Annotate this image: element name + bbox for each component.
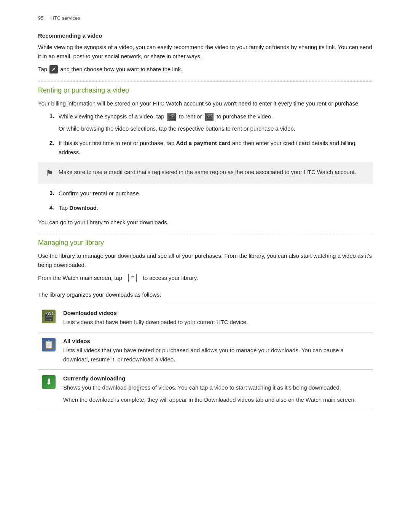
page-number: 95: [38, 15, 43, 21]
library-tap-prefix: From the Watch main screen, tap: [38, 273, 122, 283]
step-1-mid: to rent or: [179, 113, 202, 120]
menu-icon: [128, 274, 137, 282]
downloaded-icon-cell: 🎬: [38, 304, 59, 332]
downloaded-icon: 🎬: [42, 310, 56, 323]
download-bold: Download: [69, 204, 97, 211]
renting-steps-2: 3. Confirm your rental or purchase. 4. T…: [49, 189, 373, 212]
step-4-suffix: .: [97, 204, 98, 211]
step-2: 2. If this is your first time to rent or…: [49, 139, 373, 157]
step-1-content: While viewing the synopsis of a video, t…: [59, 112, 373, 133]
step-1-end: to purchase the video.: [217, 113, 273, 120]
note-text: Make sure to use a credit card that's re…: [59, 168, 356, 177]
step-3-content: Confirm your rental or purchase.: [59, 189, 373, 198]
all-icon-cell: 📋: [38, 332, 59, 370]
library-para1: Use the library to manage your downloads…: [38, 251, 373, 270]
library-row-downloaded: 🎬 Downloaded videos Lists videos that ha…: [38, 304, 373, 332]
renting-section-title: Renting or purchasing a video: [38, 86, 373, 94]
divider-1: [38, 81, 373, 82]
add-payment-bold: Add a payment card: [176, 140, 230, 146]
page-header: 95 HTC services: [38, 15, 373, 21]
step-4: 4. Tap Download.: [49, 203, 373, 212]
note-box: ⚑ Make sure to use a credit card that's …: [38, 162, 373, 184]
page-title: HTC services: [51, 15, 80, 21]
tap-suffix: and then choose how you want to share th…: [60, 65, 182, 74]
downloaded-content: Downloaded videos Lists videos that have…: [59, 304, 373, 332]
flag-icon: ⚑: [46, 168, 53, 178]
recommending-tap-line: Tap and then choose how you want to shar…: [38, 65, 373, 74]
library-row-current: ⬇ Currently downloading Shows you the do…: [38, 370, 373, 410]
current-content: Currently downloading Shows you the down…: [59, 370, 373, 410]
current-title: Currently downloading: [63, 375, 369, 382]
share-icon: [49, 65, 58, 73]
step-3: 3. Confirm your rental or purchase.: [49, 189, 373, 198]
step-4-content: Tap Download.: [59, 203, 373, 212]
current-icon-cell: ⬇: [38, 370, 59, 410]
all-title: All videos: [63, 338, 369, 344]
page-container: 95 HTC services Recommending a video Whi…: [0, 0, 411, 433]
downloaded-title: Downloaded videos: [63, 310, 369, 316]
step-4-prefix: Tap: [59, 204, 68, 211]
step-1: 1. While viewing the synopsis of a video…: [49, 112, 373, 133]
renting-intro: Your billing information will be stored …: [38, 99, 373, 108]
step-2-num: 2.: [49, 139, 59, 146]
step-3-num: 3.: [49, 189, 59, 196]
renting-steps: 1. While viewing the synopsis of a video…: [49, 112, 373, 157]
library-tap-suffix: to access your library.: [143, 273, 198, 283]
divider-2: [38, 234, 373, 234]
library-table: 🎬 Downloaded videos Lists videos that ha…: [38, 304, 373, 410]
renting-conclusion: You can go to your library to check your…: [38, 218, 373, 227]
purchase-icon: [205, 113, 213, 121]
library-section-title: Managing your library: [38, 239, 373, 247]
step-1-main: While viewing the synopsis of a video, t…: [59, 113, 164, 120]
all-videos-icon: 📋: [42, 338, 56, 351]
recommending-para1: While viewing the synopsis of a video, y…: [38, 43, 373, 61]
step-1-num: 1.: [49, 112, 59, 119]
step-2-content: If this is your first time to rent or pu…: [59, 139, 373, 157]
library-para3: The library organizes your downloads as …: [38, 290, 373, 299]
step-1-sub: Or while browsing the video selections, …: [59, 124, 373, 133]
tap-prefix: Tap: [38, 65, 47, 74]
all-desc: Lists all videos that you have rented or…: [63, 346, 369, 364]
current-desc: Shows you the download progress of video…: [63, 383, 369, 392]
rent-icon: [167, 113, 176, 121]
recommending-heading: Recommending a video: [38, 32, 373, 39]
currently-downloading-icon: ⬇: [42, 375, 56, 389]
library-row-all: 📋 All videos Lists all videos that you h…: [38, 332, 373, 370]
current-desc-2: When the download is complete, they will…: [63, 395, 369, 404]
all-content: All videos Lists all videos that you hav…: [59, 332, 373, 370]
step-4-num: 4.: [49, 203, 59, 211]
library-tap-line: From the Watch main screen, tap to acces…: [38, 273, 373, 283]
downloaded-desc: Lists videos that have been fully downlo…: [63, 318, 369, 327]
